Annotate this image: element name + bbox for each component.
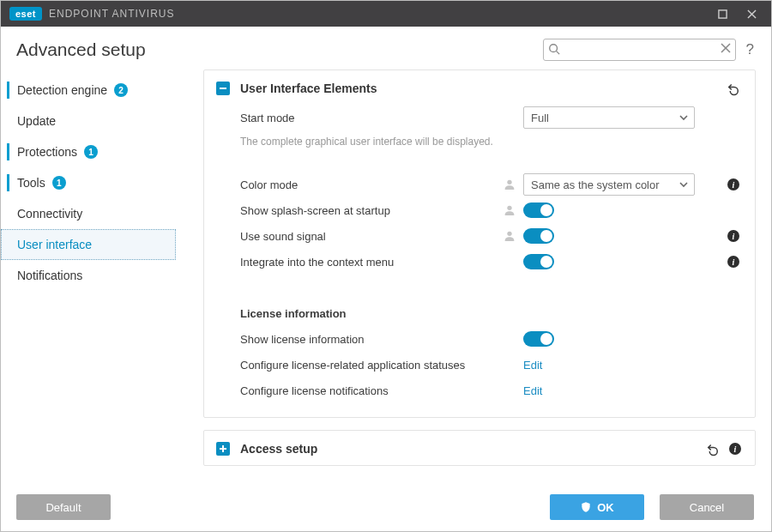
revert-button[interactable] — [705, 441, 721, 456]
panel-ui-elements: User Interface Elements Start mode Full — [203, 70, 756, 418]
select-value: Full — [531, 112, 549, 124]
collapse-toggle[interactable] — [216, 82, 230, 95]
button-label: Default — [45, 501, 81, 514]
toggle-splash[interactable] — [523, 203, 554, 218]
info-button[interactable]: i — [729, 443, 741, 455]
default-button[interactable]: Default — [16, 494, 111, 520]
panel-header: Access setup i — [204, 431, 755, 465]
brand-badge: eset — [9, 7, 42, 21]
toggle-context-menu[interactable] — [523, 254, 554, 269]
label-splash: Show splash-screen at startup — [240, 204, 523, 217]
svg-rect-0 — [718, 9, 726, 17]
shield-icon — [580, 501, 592, 513]
sidebar-item-label: Update — [17, 114, 56, 128]
search-icon — [548, 43, 560, 55]
content: User Interface Elements Start mode Full — [183, 70, 771, 483]
sidebar-item-user-interface[interactable]: User interface — [1, 229, 176, 260]
info-button[interactable]: i — [727, 230, 739, 242]
edit-link-status[interactable]: Edit — [523, 359, 542, 372]
help-button[interactable]: ? — [746, 41, 754, 58]
page-title: Advanced setup — [16, 39, 146, 60]
ok-button[interactable]: OK — [550, 494, 644, 520]
sidebar-item-label: Tools — [17, 176, 45, 190]
sidebar-badge: 2 — [114, 83, 128, 97]
hint-start-mode: The complete graphical user interface wi… — [240, 136, 739, 148]
panel-body: Start mode Full The complete graphical u… — [204, 105, 755, 417]
info-button[interactable]: i — [727, 178, 739, 190]
panel-title: Access setup — [240, 442, 317, 456]
select-value: Same as the system color — [531, 178, 660, 191]
window-close-button[interactable] — [737, 1, 766, 27]
edit-link-notif[interactable]: Edit — [523, 384, 542, 397]
titlebar: eset ENDPOINT ANTIVIRUS — [1, 1, 771, 27]
panel-header: User Interface Elements — [204, 70, 755, 105]
sidebar-item-label: User interface — [17, 238, 92, 251]
row-context-menu: Integrate into the context menu i — [240, 249, 739, 275]
svg-point-9 — [507, 206, 511, 210]
toggle-show-license[interactable] — [523, 331, 554, 347]
sidebar-item-connectivity[interactable]: Connectivity — [1, 198, 176, 229]
window-maximize-button[interactable] — [708, 1, 737, 27]
product-name: ENDPOINT ANTIVIRUS — [49, 8, 174, 20]
button-label: OK — [597, 501, 614, 514]
sidebar-item-label: Detection engine — [17, 83, 107, 97]
row-cfg-status: Configure license-related application st… — [240, 352, 739, 378]
label-context: Integrate into the context menu — [240, 256, 523, 269]
svg-point-3 — [549, 45, 557, 52]
sidebar-item-detection-engine[interactable]: Detection engine 2 — [1, 75, 176, 106]
panel-title: User Interface Elements — [240, 82, 377, 95]
minus-icon — [219, 84, 227, 93]
row-color-mode: Color mode Same as the system color — [240, 172, 739, 197]
user-icon — [503, 203, 516, 217]
row-show-license: Show license information — [240, 326, 739, 352]
body: Detection engine 2 Update Protections 1 … — [1, 70, 771, 483]
sidebar-item-label: Protections — [17, 145, 77, 159]
sidebar-item-tools[interactable]: Tools 1 — [1, 167, 176, 198]
cancel-button[interactable]: Cancel — [660, 494, 754, 520]
user-icon — [503, 178, 516, 191]
info-button[interactable]: i — [727, 256, 739, 268]
sidebar-item-label: Notifications — [17, 269, 82, 282]
plus-icon — [219, 444, 227, 453]
sidebar-item-update[interactable]: Update — [1, 106, 176, 136]
label-sound: Use sound signal — [240, 230, 523, 243]
sidebar-item-protections[interactable]: Protections 1 — [1, 136, 176, 167]
sidebar-item-label: Connectivity — [17, 207, 82, 221]
row-splash: Show splash-screen at startup — [240, 197, 739, 223]
row-license-section: License information — [240, 300, 739, 326]
search-input[interactable] — [543, 39, 736, 61]
clear-search-button[interactable] — [721, 43, 731, 53]
user-icon — [503, 229, 516, 243]
label-start-mode: Start mode — [240, 112, 523, 124]
close-icon — [747, 9, 757, 19]
sidebar: Detection engine 2 Update Protections 1 … — [1, 70, 183, 483]
sidebar-item-notifications[interactable]: Notifications — [1, 260, 176, 291]
undo-icon — [726, 81, 741, 96]
row-cfg-notif: Configure license notifications Edit — [240, 378, 739, 403]
sidebar-badge: 1 — [52, 176, 66, 190]
select-color-mode[interactable]: Same as the system color — [523, 173, 695, 196]
label-cfg-notif: Configure license notifications — [240, 384, 523, 397]
svg-point-10 — [507, 232, 511, 236]
expand-toggle[interactable] — [216, 442, 230, 456]
label-show-license: Show license information — [240, 333, 523, 346]
section-title-license: License information — [240, 307, 523, 320]
button-label: Cancel — [690, 501, 724, 514]
chevron-down-icon — [679, 112, 689, 123]
app-window: eset ENDPOINT ANTIVIRUS Advanced setup ? — [0, 0, 772, 532]
toggle-sound[interactable] — [523, 228, 554, 244]
search-field[interactable] — [543, 39, 736, 61]
select-start-mode[interactable]: Full — [523, 106, 695, 129]
svg-line-4 — [556, 51, 559, 55]
row-sound: Use sound signal i — [240, 223, 739, 249]
maximize-icon — [718, 9, 727, 19]
sidebar-badge: 1 — [84, 145, 98, 159]
panel-access-setup: Access setup i — [203, 430, 756, 466]
header: Advanced setup ? — [1, 27, 771, 70]
footer: Default OK Cancel — [1, 483, 771, 531]
revert-button[interactable] — [726, 81, 741, 96]
svg-point-8 — [507, 180, 511, 184]
row-start-mode: Start mode Full — [240, 105, 739, 130]
label-cfg-status: Configure license-related application st… — [240, 359, 523, 372]
undo-icon — [705, 441, 721, 456]
